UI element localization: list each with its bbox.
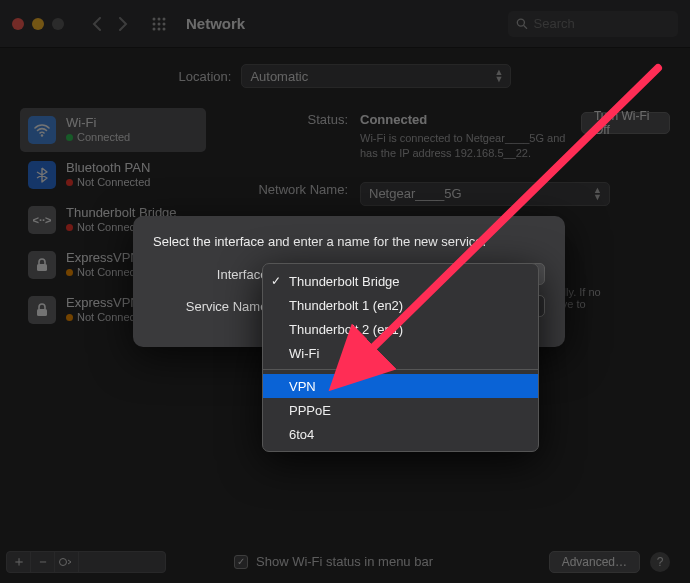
minimize-dot[interactable] xyxy=(32,18,44,30)
service-name: Wi-Fi xyxy=(66,116,130,131)
chevron-updown-icon: ▲▼ xyxy=(593,187,601,201)
dropdown-item-vpn[interactable]: VPN xyxy=(263,374,538,398)
svg-point-6 xyxy=(153,27,156,30)
svg-point-15 xyxy=(59,559,66,566)
back-button[interactable] xyxy=(86,13,108,35)
sidebar-item-bluetooth-pan[interactable]: Bluetooth PANNot Connected xyxy=(20,153,206,197)
show-menu-bar-row: ✓ Show Wi-Fi status in menu bar xyxy=(234,554,433,569)
location-value: Automatic xyxy=(250,69,308,84)
search-icon xyxy=(516,17,528,30)
interface-label: Interface: xyxy=(153,267,271,282)
toolbar: Network xyxy=(0,0,690,48)
sheet-title: Select the interface and enter a name fo… xyxy=(153,234,545,249)
show-menu-bar-label: Show Wi-Fi status in menu bar xyxy=(256,554,433,569)
svg-point-9 xyxy=(517,19,524,26)
remove-service-button[interactable]: － xyxy=(31,552,55,572)
dropdown-item-thunderbolt-2-en1-[interactable]: Thunderbolt 2 (en1) xyxy=(263,317,538,341)
interface-dropdown[interactable]: Thunderbolt BridgeThunderbolt 1 (en2)Thu… xyxy=(262,263,539,452)
add-service-button[interactable]: ＋ xyxy=(7,552,31,572)
svg-point-4 xyxy=(158,22,161,25)
svg-rect-14 xyxy=(37,309,47,316)
location-select[interactable]: Automatic ▲▼ xyxy=(241,64,511,88)
sidebar-actions: ＋ － xyxy=(6,551,166,573)
lock-icon xyxy=(28,251,56,279)
nav-group xyxy=(86,13,134,35)
footer: Advanced… ? xyxy=(549,551,670,573)
network-name-value: Netgear____5G xyxy=(369,186,462,201)
dropdown-item-thunderbolt-1-en2-[interactable]: Thunderbolt 1 (en2) xyxy=(263,293,538,317)
show-all-button[interactable] xyxy=(148,13,170,35)
status-description: Wi-Fi is connected to Netgear____5G and … xyxy=(360,131,571,162)
window-title: Network xyxy=(186,15,245,32)
bt-icon xyxy=(28,161,56,189)
lock-icon xyxy=(28,296,56,324)
svg-point-1 xyxy=(158,17,161,20)
show-menu-bar-checkbox[interactable]: ✓ xyxy=(234,555,248,569)
svg-line-10 xyxy=(524,26,527,29)
location-label: Location: xyxy=(179,69,232,84)
dropdown-item-thunderbolt-bridge[interactable]: Thunderbolt Bridge xyxy=(263,269,538,293)
svg-point-2 xyxy=(163,17,166,20)
service-status: Connected xyxy=(66,131,130,144)
dropdown-separator xyxy=(263,369,538,370)
wifi-toggle-button[interactable]: Turn Wi-Fi Off xyxy=(581,112,670,134)
svg-rect-13 xyxy=(37,264,47,271)
sidebar-item-wi-fi[interactable]: Wi-FiConnected xyxy=(20,108,206,152)
service-status: Not Connected xyxy=(66,176,150,189)
svg-point-5 xyxy=(163,22,166,25)
svg-point-3 xyxy=(153,22,156,25)
location-row: Location: Automatic ▲▼ xyxy=(20,48,670,108)
svg-text:<··>: <··> xyxy=(33,214,51,226)
service-name: Bluetooth PAN xyxy=(66,161,150,176)
dropdown-item-6to4[interactable]: 6to4 xyxy=(263,422,538,446)
forward-button[interactable] xyxy=(112,13,134,35)
status-value: Connected xyxy=(360,112,571,127)
tb-icon: <··> xyxy=(28,206,56,234)
zoom-dot[interactable] xyxy=(52,18,64,30)
advanced-button[interactable]: Advanced… xyxy=(549,551,640,573)
svg-point-7 xyxy=(158,27,161,30)
service-name-label: Service Name: xyxy=(153,299,271,314)
wifi-icon xyxy=(28,116,56,144)
service-options-button[interactable] xyxy=(55,552,79,572)
svg-point-0 xyxy=(153,17,156,20)
chevron-updown-icon: ▲▼ xyxy=(494,69,502,83)
status-label: Status: xyxy=(228,112,348,162)
svg-point-11 xyxy=(41,134,43,136)
svg-point-8 xyxy=(163,27,166,30)
dropdown-item-pppoe[interactable]: PPPoE xyxy=(263,398,538,422)
help-button[interactable]: ? xyxy=(650,552,670,572)
close-dot[interactable] xyxy=(12,18,24,30)
window-controls xyxy=(12,18,64,30)
search-field[interactable] xyxy=(508,11,678,37)
network-name-select[interactable]: Netgear____5G ▲▼ xyxy=(360,182,610,206)
dropdown-item-wi-fi[interactable]: Wi-Fi xyxy=(263,341,538,365)
search-input[interactable] xyxy=(534,16,670,31)
